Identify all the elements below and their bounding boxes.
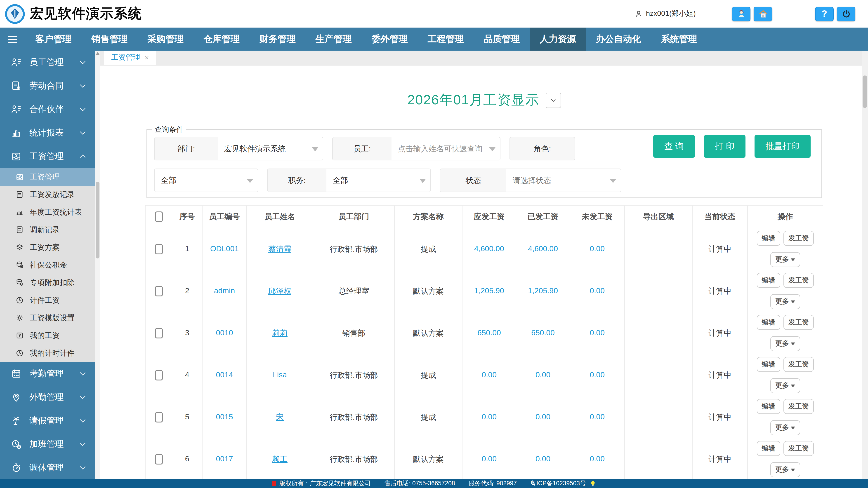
employee-name-link[interactable]: 赖工 — [272, 455, 287, 463]
pay-salary-button[interactable]: 发工资 — [783, 231, 814, 246]
sidebar-scrollbar-thumb[interactable] — [96, 182, 99, 258]
nav-item-purchase[interactable]: 采购管理 — [137, 28, 193, 51]
nav-item-warehouse[interactable]: 仓库管理 — [193, 28, 250, 51]
sidebar-subitem-social-insurance[interactable]: 社保公积金 — [0, 256, 95, 274]
more-button[interactable]: 更多 — [770, 420, 800, 435]
sidebar-item-statistics[interactable]: 统计报表 — [0, 121, 95, 144]
row-checkbox[interactable] — [155, 370, 162, 380]
print-button[interactable]: 打 印 — [704, 135, 745, 158]
more-button[interactable]: 更多 — [770, 252, 800, 267]
sidebar-scrollbar[interactable] — [95, 51, 100, 479]
help-button[interactable]: ? — [815, 6, 834, 21]
row-checkbox[interactable] — [155, 244, 162, 254]
employee-name-link[interactable]: 邱泽权 — [268, 287, 291, 295]
employee-name-link[interactable]: 莉莉 — [272, 329, 287, 337]
employee-code-link[interactable]: 0014 — [216, 370, 233, 379]
pay-salary-button[interactable]: 发工资 — [783, 315, 814, 330]
sidebar-subitem-salary-plan[interactable]: 工资方案 — [0, 238, 95, 256]
row-checkbox[interactable] — [155, 328, 162, 338]
employee-name-link[interactable]: 蔡清霞 — [268, 245, 291, 253]
tab-close-icon[interactable]: × — [145, 54, 149, 62]
search-button[interactable]: 查 询 — [653, 135, 695, 158]
batch-print-button[interactable]: 批量打印 — [754, 135, 811, 158]
edit-button[interactable]: 编辑 — [757, 315, 780, 330]
sidebar-item-attendance[interactable]: 考勤管理 — [0, 362, 95, 385]
employee-code-link[interactable]: admin — [214, 287, 235, 295]
sidebar-subitem-salary-payment-records[interactable]: 工资发放记录 — [0, 186, 95, 203]
footer: 版权所有：广东宏见软件有限公司 售后电话: 0755-36657208 服务代码… — [0, 479, 868, 488]
pay-salary-button[interactable]: 发工资 — [783, 357, 814, 372]
nav-item-finance[interactable]: 财务管理 — [250, 28, 306, 51]
edit-button[interactable]: 编辑 — [757, 441, 780, 456]
nav-item-quality[interactable]: 品质管理 — [474, 28, 530, 51]
sidebar-subitem-salary-adjustment-records[interactable]: 调薪记录 — [0, 221, 95, 238]
month-dropdown-button[interactable] — [546, 92, 561, 108]
sidebar-item-compensatory-leave[interactable]: 调休管理 — [0, 456, 95, 479]
employee-search-input[interactable]: 点击输入姓名可快速查询 — [392, 137, 500, 160]
nav-item-production[interactable]: 生产管理 — [306, 28, 362, 51]
more-button[interactable]: 更多 — [770, 378, 800, 393]
role-select[interactable]: 全部 — [155, 169, 258, 192]
employee-code-link[interactable]: 0010 — [216, 328, 233, 337]
paid-amount: 0.00 — [516, 396, 570, 438]
row-index: 2 — [172, 270, 202, 312]
status-select[interactable]: 请选择状态 — [506, 169, 621, 192]
sidebar-subitem-piece-rate-salary[interactable]: 计件工资 — [0, 291, 95, 309]
sidebar-subitem-special-deduction[interactable]: 专项附加扣除 — [0, 274, 95, 291]
select-all-checkbox[interactable] — [155, 212, 162, 222]
menu-toggle-button[interactable] — [0, 28, 25, 51]
user-info[interactable]: hzx001(郑小姐) — [634, 9, 696, 19]
nav-item-engineering[interactable]: 工程管理 — [418, 28, 474, 51]
employee-code-link[interactable]: ODL001 — [210, 245, 239, 253]
sidebar-item-leave-mgmt[interactable]: 请假管理 — [0, 409, 95, 432]
pay-salary-button[interactable]: 发工资 — [783, 399, 814, 414]
table-row: 5 0015 宋 行政部.市场部 提成 0.00 0.00 0.00 计算中 — [145, 396, 823, 438]
sidebar-item-field-work[interactable]: 外勤管理 — [0, 385, 95, 409]
more-button[interactable]: 更多 — [770, 294, 800, 309]
chevron-down-icon — [550, 97, 557, 103]
employee-name-link[interactable]: 宋 — [276, 413, 284, 421]
nav-item-oa[interactable]: 办公自动化 — [586, 28, 651, 51]
sidebar-subitem-annual-salary-stats[interactable]: 年度工资统计表 — [0, 203, 95, 221]
row-index: 4 — [172, 354, 202, 396]
nav-item-system[interactable]: 系统管理 — [651, 28, 707, 51]
stopwatch-icon — [11, 462, 22, 473]
home-button[interactable] — [754, 6, 772, 21]
pay-salary-button[interactable]: 发工资 — [783, 441, 814, 456]
sidebar-item-salary-mgmt[interactable]: 工资管理 — [0, 144, 95, 168]
pay-salary-button[interactable]: 发工资 — [783, 273, 814, 288]
sidebar-item-employee-mgmt[interactable]: 员工管理 — [0, 51, 95, 74]
page-scrollbar[interactable] — [862, 51, 868, 479]
role-label: 角色: — [509, 137, 575, 160]
row-checkbox[interactable] — [155, 454, 162, 464]
page-scrollbar-thumb[interactable] — [863, 75, 867, 108]
sidebar-item-partners[interactable]: 合作伙伴 — [0, 98, 95, 121]
sidebar-item-overtime-mgmt[interactable]: 加班管理 — [0, 432, 95, 456]
position-select[interactable]: 全部 — [327, 169, 430, 192]
edit-button[interactable]: 编辑 — [757, 273, 780, 288]
sidebar-subitem-salary-template-settings[interactable]: 工资模版设置 — [0, 309, 95, 327]
tab-salary-mgmt[interactable]: 工资管理 × — [104, 51, 156, 65]
sidebar-subitem-my-time-piece[interactable]: 我的计时计件 — [0, 344, 95, 362]
edit-button[interactable]: 编辑 — [757, 357, 780, 372]
more-button[interactable]: 更多 — [770, 462, 800, 477]
employee-code-link[interactable]: 0015 — [216, 413, 233, 421]
nav-item-hr[interactable]: 人力资源 — [530, 28, 586, 51]
more-button[interactable]: 更多 — [770, 336, 800, 351]
edit-button[interactable]: 编辑 — [757, 399, 780, 414]
sidebar-subitem-my-salary[interactable]: 我的工资 — [0, 327, 95, 344]
row-checkbox[interactable] — [155, 286, 162, 296]
nav-item-outsourcing[interactable]: 委外管理 — [362, 28, 418, 51]
department-select[interactable]: 宏见软件演示系统 — [218, 137, 323, 160]
row-checkbox[interactable] — [155, 412, 162, 422]
nav-item-sales[interactable]: 销售管理 — [81, 28, 137, 51]
nav-item-customer[interactable]: 客户管理 — [25, 28, 81, 51]
sidebar-item-labor-contract[interactable]: 劳动合同 — [0, 74, 95, 98]
profile-button[interactable] — [732, 6, 750, 21]
edit-button[interactable]: 编辑 — [757, 231, 780, 246]
sidebar-subitem-salary-mgmt[interactable]: 工资管理 — [0, 168, 95, 186]
logout-button[interactable] — [837, 6, 855, 21]
scroll-up-arrow-icon[interactable] — [96, 52, 99, 55]
employee-name-link[interactable]: Lisa — [273, 370, 287, 379]
employee-code-link[interactable]: 0017 — [216, 455, 233, 463]
